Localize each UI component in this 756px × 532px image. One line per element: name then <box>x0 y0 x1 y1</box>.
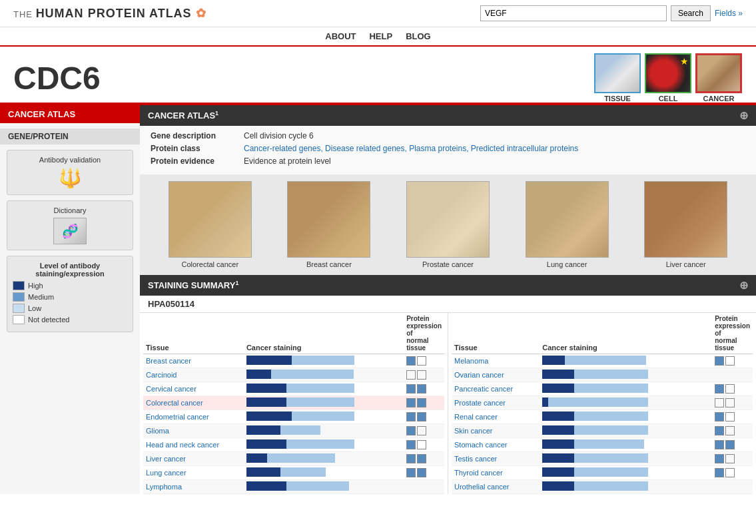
tissue-cell[interactable]: Colorectal cancer <box>143 396 244 410</box>
tissue-link[interactable]: Ovarian cancer <box>454 371 504 379</box>
nav-blog[interactable]: BLOG <box>406 31 431 41</box>
protein-boxes <box>406 440 442 449</box>
tissue-link[interactable]: Lung cancer <box>146 469 187 477</box>
tissue-cell[interactable]: Urothelial cancer <box>452 480 540 494</box>
tissue-cell[interactable]: Renal cancer <box>452 410 540 424</box>
table-row: Endometrial cancer <box>143 410 444 424</box>
legend-medium: Medium <box>13 292 127 302</box>
cancer-img-lung[interactable]: Lung cancer <box>524 181 610 268</box>
tissue-cell[interactable]: Pancreatic cancer <box>452 382 540 396</box>
table-row: Prostate cancer <box>452 396 753 410</box>
bar-dark <box>246 384 286 393</box>
tissue-link[interactable]: Breast cancer <box>146 357 191 365</box>
tissue-link[interactable]: Cervical cancer <box>146 385 196 393</box>
bar-dark <box>246 356 292 365</box>
protein-box <box>406 398 416 407</box>
nav-help[interactable]: HELP <box>369 31 392 41</box>
staining-bar <box>542 439 662 450</box>
tissue-cell[interactable]: Skin cancer <box>452 424 540 438</box>
antibody-icon: 🔱 <box>59 167 82 189</box>
tissue-cell[interactable]: Endometrial cancer <box>143 410 244 424</box>
bar-light <box>286 439 354 449</box>
cancer-img-liver[interactable]: Liver cancer <box>643 181 729 268</box>
legend-not-detected: Not detected <box>13 315 127 324</box>
gene-protein-header: GENE/PROTEIN <box>0 129 140 144</box>
protein-class-value[interactable]: Cancer-related genes, Disease related ge… <box>244 144 578 153</box>
staining-bar <box>542 467 662 478</box>
protein-box <box>725 454 735 463</box>
antibody-validation-card[interactable]: Antibody validation 🔱 <box>7 150 133 195</box>
tissue-link[interactable]: Head and neck cancer <box>146 441 219 449</box>
bar-light <box>565 356 646 365</box>
tissue-link[interactable]: Renal cancer <box>454 413 498 421</box>
cancer-tab-image <box>695 53 742 93</box>
protein-expr-cell <box>712 410 753 424</box>
tissue-cell[interactable]: Testis cancer <box>452 452 540 466</box>
protein-box <box>406 412 416 421</box>
tissue-cell[interactable]: Glioma <box>143 424 244 438</box>
tissue-link[interactable]: Testis cancer <box>454 455 497 463</box>
tissue-cell[interactable]: Head and neck cancer <box>143 438 244 452</box>
protein-evidence-row: Protein evidence Evidence at protein lev… <box>151 156 745 166</box>
tissue-cell[interactable]: Prostate cancer <box>452 396 540 410</box>
antibody-id: HPA050114 <box>140 296 756 313</box>
nav-about[interactable]: ABOUT <box>325 31 356 41</box>
tissue-link[interactable]: Stomach cancer <box>454 441 507 449</box>
search-button[interactable]: Search <box>671 5 711 21</box>
tissue-link[interactable]: Pancreatic cancer <box>454 385 513 393</box>
protein-box <box>417 412 426 421</box>
logo-human: HUMAN <box>36 7 88 20</box>
tissue-cell[interactable]: Melanoma <box>452 354 540 368</box>
bar-dark <box>542 370 574 379</box>
cancer-staining-bar-cell <box>540 410 712 424</box>
tab-cancer[interactable]: CANCER <box>695 53 743 103</box>
swatch-not-detected <box>13 315 25 324</box>
tab-tissue[interactable]: TISSUE <box>593 53 641 103</box>
table-row: Liver cancer <box>143 452 444 466</box>
tissue-cell[interactable]: Ovarian cancer <box>452 368 540 382</box>
cancer-staining-bar-cell <box>540 368 712 382</box>
tissue-link[interactable]: Prostate cancer <box>454 399 506 407</box>
cancer-img-colorectal[interactable]: Colorectal cancer <box>167 181 253 268</box>
staining-right-table: Tissue Cancer staining Proteinexpression… <box>452 313 753 494</box>
tissue-cell[interactable]: Liver cancer <box>143 452 244 466</box>
tissue-link[interactable]: Lymphoma <box>146 483 182 491</box>
tissue-link[interactable]: Glioma <box>146 427 169 435</box>
cancer-atlas-sidebar-header: CANCER ATLAS <box>0 105 140 123</box>
tissue-link[interactable]: Urothelial cancer <box>454 483 510 491</box>
tissue-link[interactable]: Carcinoid <box>146 371 177 379</box>
tissue-link[interactable]: Skin cancer <box>454 427 492 435</box>
tissue-link[interactable]: Endometrial cancer <box>146 413 209 421</box>
protein-boxes <box>715 398 750 407</box>
tissue-cell[interactable]: Thyroid cancer <box>452 466 540 480</box>
cancer-staining-bar-cell <box>540 396 712 410</box>
tissue-link[interactable]: Colorectal cancer <box>146 399 203 407</box>
tissue-cell[interactable]: Lymphoma <box>143 480 244 494</box>
cancer-img-prostate[interactable]: Prostate cancer <box>404 181 491 268</box>
tissue-cell[interactable]: Lung cancer <box>143 466 244 480</box>
protein-box <box>406 454 416 463</box>
expand-icon[interactable]: ⊕ <box>739 109 748 122</box>
gene-desc-value: Cell division cycle 6 <box>244 131 314 140</box>
tissue-cell[interactable]: Cervical cancer <box>143 382 244 396</box>
legend-high: High <box>13 281 127 290</box>
staining-expand-icon[interactable]: ⊕ <box>739 279 748 292</box>
bar-dark <box>246 370 271 379</box>
tab-cell[interactable]: ★ CELL <box>644 53 692 103</box>
col-cancer-staining-left: Cancer staining <box>244 313 404 354</box>
fields-link[interactable]: Fields » <box>715 9 743 18</box>
bar-light <box>574 453 648 463</box>
protein-class-label: Protein class <box>151 144 237 153</box>
search-input[interactable] <box>480 5 667 21</box>
tissue-link[interactable]: Thyroid cancer <box>454 469 503 477</box>
cancer-img-breast[interactable]: Breast cancer <box>286 181 372 268</box>
protein-boxes <box>715 426 750 435</box>
tissue-cell[interactable]: Stomach cancer <box>452 438 540 452</box>
tissue-cell[interactable]: Breast cancer <box>143 354 244 368</box>
tissue-link[interactable]: Melanoma <box>454 357 488 365</box>
protein-expr-cell <box>712 382 753 396</box>
protein-box <box>417 370 426 380</box>
tissue-link[interactable]: Liver cancer <box>146 455 186 463</box>
dictionary-card[interactable]: Dictionary 🧬 <box>7 200 133 250</box>
tissue-cell[interactable]: Carcinoid <box>143 368 244 382</box>
